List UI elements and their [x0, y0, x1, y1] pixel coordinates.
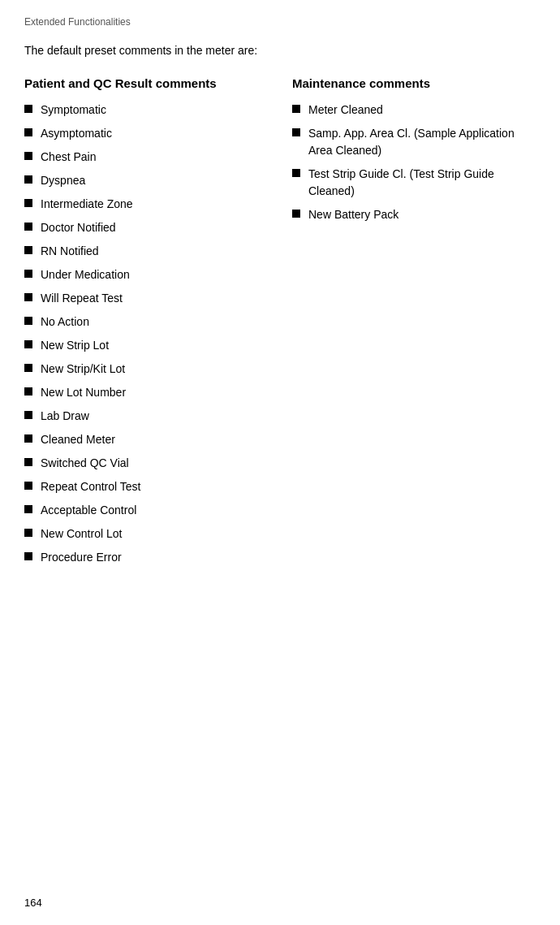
list-item: Intermediate Zone [24, 196, 268, 213]
list-item: No Action [24, 313, 268, 331]
bullet-icon [24, 482, 32, 490]
list-item: Acceptable Control [24, 502, 268, 519]
list-item: Test Strip Guide Cl. (Test Strip Guide C… [292, 166, 536, 200]
bullet-icon [292, 169, 300, 177]
list-item: Lab Draw [24, 408, 268, 425]
list-item: New Battery Pack [292, 206, 536, 223]
list-item: Meter Cleaned [292, 102, 536, 119]
bullet-icon [292, 105, 300, 113]
bullet-icon [24, 458, 32, 466]
bullet-icon [24, 552, 32, 560]
intro-text: The default preset comments in the meter… [24, 44, 536, 57]
bullet-icon [24, 152, 32, 160]
list-item: Cleaned Meter [24, 431, 268, 448]
bullet-icon [24, 317, 32, 325]
list-item: Repeat Control Test [24, 478, 268, 495]
list-item: Asymptomatic [24, 125, 268, 142]
bullet-icon [24, 246, 32, 254]
bullet-icon [24, 387, 32, 396]
list-item: Symptomatic [24, 102, 268, 119]
list-item: New Lot Number [24, 384, 268, 401]
list-item: Under Medication [24, 266, 268, 283]
bullet-icon [24, 434, 32, 443]
bullet-icon [24, 175, 32, 184]
page-number: 164 [24, 897, 42, 909]
bullet-icon [24, 199, 32, 207]
patient-qc-heading: Patient and QC Result comments [24, 76, 268, 90]
list-item: New Strip Lot [24, 337, 268, 354]
maintenance-section: Maintenance comments Meter CleanedSamp. … [292, 76, 536, 230]
maintenance-heading: Maintenance comments [292, 76, 536, 90]
list-item: Chest Pain [24, 149, 268, 166]
patient-qc-section: Patient and QC Result comments Symptomat… [24, 76, 268, 573]
bullet-icon [292, 128, 300, 136]
list-item: Doctor Notified [24, 219, 268, 236]
bullet-icon [24, 529, 32, 537]
list-item: Switched QC Vial [24, 455, 268, 472]
bullet-icon [24, 364, 32, 372]
bullet-icon [24, 505, 32, 513]
bullet-icon [24, 340, 32, 348]
bullet-icon [24, 293, 32, 301]
list-item: Dyspnea [24, 172, 268, 189]
bullet-icon [292, 210, 300, 218]
list-item: Samp. App. Area Cl. (Sample Application … [292, 125, 536, 159]
bullet-icon [24, 411, 32, 419]
list-item: New Strip/Kit Lot [24, 361, 268, 378]
bullet-icon [24, 105, 32, 113]
list-item: RN Notified [24, 243, 268, 260]
bullet-icon [24, 223, 32, 231]
list-item: New Control Lot [24, 525, 268, 542]
bullet-icon [24, 128, 32, 136]
maintenance-list: Meter CleanedSamp. App. Area Cl. (Sample… [292, 102, 536, 223]
patient-qc-list: SymptomaticAsymptomaticChest PainDyspnea… [24, 102, 268, 566]
bullet-icon [24, 270, 32, 278]
list-item: Will Repeat Test [24, 290, 268, 307]
list-item: Procedure Error [24, 549, 268, 566]
page-header: Extended Functionalities [24, 16, 536, 28]
